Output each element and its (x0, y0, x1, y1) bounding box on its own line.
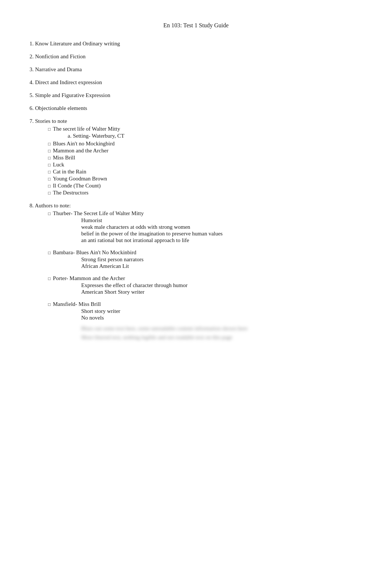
bullet-icon: □ (48, 302, 51, 307)
bullet-icon: □ (48, 250, 51, 256)
list-item: □ Thurber- The Secret Life of Walter Mit… (48, 210, 362, 217)
list-item: American Short Story writer (81, 289, 362, 295)
section-5: 5. Simple and Figurative Expression (30, 92, 362, 99)
list-item: Humorist (81, 217, 362, 224)
section-7-label: 7. Stories to note (30, 118, 67, 124)
bullet-icon: □ (48, 155, 51, 161)
bullet-icon: □ (48, 183, 51, 189)
section-6: 6. Objectionable elements (30, 105, 362, 111)
bullet-icon: □ (48, 148, 51, 154)
section-6-label: 6. Objectionable elements (30, 105, 87, 111)
list-item: Short story writer (81, 308, 362, 314)
author-details: Expresses the effect of character throug… (81, 282, 362, 295)
blurred-line-2: More blurred text, nothing legible and n… (81, 333, 362, 342)
author-name: Thurber- The Secret Life of Walter Mitty (53, 210, 144, 217)
list-item: Strong first person narrators (81, 256, 362, 263)
bullet-icon: □ (48, 162, 51, 168)
list-item: □ Bambara- Blues Ain't No Mockinbird (48, 249, 362, 256)
list-item: □ Young Goodman Brown (48, 176, 362, 182)
list-item: □ Miss Brill (48, 155, 362, 161)
author-details: Short story writer No novels (81, 308, 362, 321)
list-item: □ Mansfield- Miss Brill (48, 301, 362, 307)
section-1-label: 1. Know Literature and Ordinary writing (30, 41, 120, 46)
section-3: 3. Narrative and Drama (30, 66, 362, 73)
list-item: □ The Destructors (48, 190, 362, 196)
bullet-icon: □ (48, 176, 51, 182)
author-mansfield: □ Mansfield- Miss Brill Short story writ… (48, 301, 362, 342)
blurred-content: Blurs out some text here, some unreadabl… (81, 324, 362, 342)
stories-list: □ The secret life of Walter Mitty a. Set… (48, 126, 362, 196)
authors-list: □ Thurber- The Secret Life of Walter Mit… (48, 210, 362, 342)
list-item: belief in the power of the imagination t… (81, 231, 362, 237)
section-8: 8. Authors to note: □ Thurber- The Secre… (30, 203, 362, 342)
list-item: □ Cat in the Rain (48, 169, 362, 175)
author-thurber: □ Thurber- The Secret Life of Walter Mit… (48, 210, 362, 244)
author-details: Strong first person narrators African Am… (81, 256, 362, 269)
author-porter: □ Porter- Mammon and the Archer Expresse… (48, 275, 362, 295)
page-container: En 103: Test 1 Study Guide 1. Know Liter… (30, 22, 362, 342)
list-item: □ Blues Ain't no Mockingbird (48, 141, 362, 147)
story-sub-list: a. Setting- Waterbury, CT (68, 133, 124, 139)
section-8-label: 8. Authors to note: (30, 203, 71, 208)
bullet-icon: □ (48, 169, 51, 175)
list-item: □ Mammon and the Archer (48, 148, 362, 154)
bullet-icon: □ (48, 211, 51, 217)
list-item: □ Porter- Mammon and the Archer (48, 275, 362, 282)
blurred-line-1: Blurs out some text here, some unreadabl… (81, 324, 362, 333)
list-item: □ The secret life of Walter Mitty a. Set… (48, 126, 362, 140)
section-1: 1. Know Literature and Ordinary writing (30, 41, 362, 47)
list-item: No novels (81, 315, 362, 321)
list-item: a. Setting- Waterbury, CT (68, 133, 124, 139)
author-bambara: □ Bambara- Blues Ain't No Mockinbird Str… (48, 249, 362, 269)
section-2: 2. Nonfiction and Fiction (30, 54, 362, 60)
section-5-label: 5. Simple and Figurative Expression (30, 92, 110, 98)
section-4-label: 4. Direct and Indirect expression (30, 79, 102, 85)
story-title: The secret life of Walter Mitty (53, 126, 120, 132)
section-2-label: 2. Nonfiction and Fiction (30, 54, 86, 59)
author-name: Porter- Mammon and the Archer (53, 275, 125, 282)
bullet-icon: □ (48, 190, 51, 196)
list-item: □ Il Conde (The Count) (48, 183, 362, 189)
section-4: 4. Direct and Indirect expression (30, 79, 362, 86)
bullet-icon: □ (48, 276, 51, 282)
list-item: African American Lit (81, 263, 362, 269)
section-7: 7. Stories to note □ The secret life of … (30, 118, 362, 196)
author-name: Bambara- Blues Ain't No Mockinbird (53, 249, 136, 256)
list-item: □ Luck (48, 162, 362, 168)
list-item: weak male characters at odds with strong… (81, 224, 362, 230)
list-item: Expresses the effect of character throug… (81, 282, 362, 289)
bullet-icon: □ (48, 127, 51, 132)
section-3-label: 3. Narrative and Drama (30, 66, 82, 72)
author-details: Humorist weak male characters at odds wi… (81, 217, 362, 244)
author-name: Mansfield- Miss Brill (53, 301, 101, 307)
bullet-icon: □ (48, 141, 51, 147)
page-title: En 103: Test 1 Study Guide (30, 22, 362, 29)
list-item: an anti rational but not irrational appr… (81, 237, 362, 244)
